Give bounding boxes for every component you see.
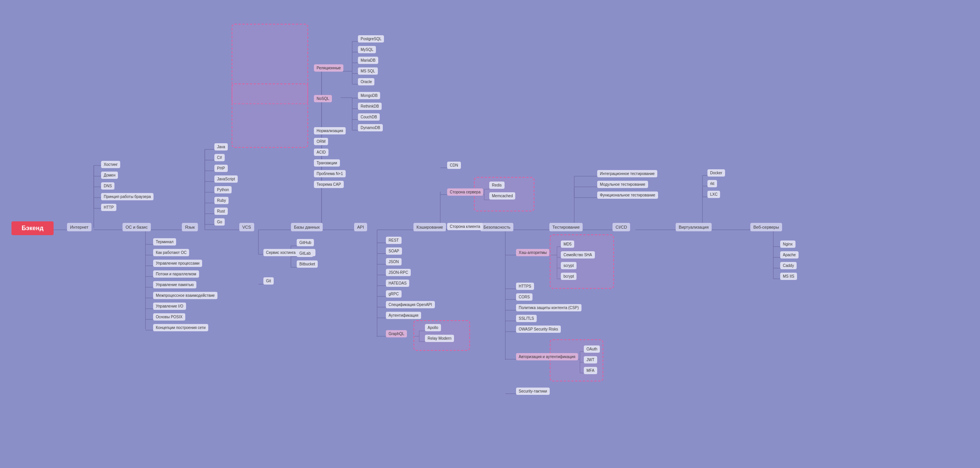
leaf-security-tactics[interactable]: Security-тактики: [516, 388, 550, 395]
leaf-grpc[interactable]: gRPC: [386, 290, 402, 298]
leaf-nosql[interactable]: NoSQL: [314, 95, 332, 102]
section-webservers[interactable]: Веб-серверы: [750, 223, 782, 231]
section-db[interactable]: Базы данных: [291, 223, 323, 231]
leaf-domain[interactable]: Домен: [101, 172, 118, 179]
section-lang[interactable]: Язык: [182, 223, 198, 231]
leaf-posix[interactable]: Основы POSIX: [153, 313, 185, 321]
leaf-terminal[interactable]: Терминал: [153, 238, 176, 245]
leaf-sha[interactable]: Семейство SHA: [561, 251, 595, 259]
leaf-csharp[interactable]: C#: [214, 154, 225, 161]
leaf-hosting[interactable]: Хостинг: [101, 161, 120, 168]
leaf-ipc[interactable]: Межпроцессное взаимодействие: [153, 292, 217, 299]
leaf-jwt[interactable]: JWT: [584, 356, 597, 363]
leaf-transactions[interactable]: Транзакции: [314, 159, 340, 167]
leaf-relay-modern[interactable]: Relay Modern: [425, 335, 454, 342]
leaf-oauth[interactable]: OAuth: [584, 345, 600, 353]
leaf-network[interactable]: Концепции построения сети: [153, 324, 208, 331]
leaf-hash-alg[interactable]: Хэш-алгоритмы: [516, 249, 549, 256]
leaf-oracle[interactable]: Oracle: [358, 78, 374, 85]
leaf-server-side[interactable]: Сторона сервера: [447, 188, 483, 196]
leaf-openapi[interactable]: Спецификация OpenAPI: [386, 301, 435, 308]
leaf-git[interactable]: Git: [263, 277, 274, 285]
leaf-relational[interactable]: Реляционные: [314, 64, 343, 72]
section-cache[interactable]: Кэширование: [413, 223, 446, 231]
leaf-java[interactable]: Java: [214, 143, 228, 151]
leaf-php[interactable]: PHP: [214, 165, 228, 172]
leaf-jsonrpc[interactable]: JSON-RPC: [386, 269, 411, 276]
leaf-rkt[interactable]: rkt: [707, 180, 717, 187]
section-os[interactable]: ОС и базис: [122, 223, 151, 231]
leaf-soap[interactable]: SOAP: [386, 247, 402, 255]
leaf-http[interactable]: HTTP: [101, 204, 116, 211]
leaf-msiis[interactable]: MS IIS: [780, 273, 797, 280]
leaf-csp[interactable]: Политика защиты контента (CSP): [516, 304, 581, 311]
leaf-ssl-tls[interactable]: SSL/TLS: [516, 315, 537, 322]
leaf-python[interactable]: Python: [214, 186, 232, 193]
leaf-cdn[interactable]: CDN: [447, 162, 461, 169]
leaf-mfa[interactable]: MFA: [584, 367, 597, 374]
leaf-scrypt[interactable]: scrypt: [561, 262, 577, 269]
nosql-group: [232, 83, 308, 148]
leaf-apache[interactable]: Apache: [780, 251, 799, 259]
section-cicd[interactable]: CI/CD: [612, 223, 630, 231]
section-internet[interactable]: Интернет: [67, 223, 91, 231]
leaf-rust[interactable]: Rust: [214, 208, 228, 215]
leaf-browser[interactable]: Принцип работы браузера: [101, 193, 154, 200]
leaf-rest[interactable]: REST: [386, 237, 402, 244]
leaf-memory[interactable]: Управление памятью: [153, 281, 196, 288]
leaf-dns[interactable]: DNS: [101, 182, 114, 190]
leaf-memcached[interactable]: Memcached: [489, 192, 515, 200]
leaf-redis[interactable]: Redis: [489, 182, 505, 189]
leaf-postgresql[interactable]: PostgreSQL: [358, 35, 384, 43]
leaf-owasp[interactable]: OWASP Security Risks: [516, 326, 561, 333]
leaf-lxc[interactable]: LXC: [707, 191, 720, 198]
hash-group: [550, 234, 614, 289]
section-virt[interactable]: Виртуализация: [676, 223, 712, 231]
leaf-apollo[interactable]: Apollo: [425, 324, 441, 331]
section-testing[interactable]: Тестирование: [549, 223, 583, 231]
leaf-processes[interactable]: Управление процессами: [153, 260, 202, 267]
section-vcs[interactable]: VCS: [239, 223, 254, 231]
leaf-javascript[interactable]: JavaScript: [214, 175, 238, 183]
leaf-couchdb[interactable]: CouchDB: [358, 113, 380, 121]
leaf-dynamodb[interactable]: DynamoDB: [358, 124, 383, 131]
section-api[interactable]: API: [354, 223, 367, 231]
leaf-nginx[interactable]: Nginx: [780, 241, 795, 248]
leaf-integration-testing[interactable]: Интеграционное тестирование: [597, 170, 657, 177]
leaf-mongodb[interactable]: MongoDB: [358, 92, 380, 99]
leaf-auth-authz[interactable]: Авторизация и аутентификация: [516, 353, 578, 360]
leaf-acid[interactable]: ACID: [314, 149, 328, 156]
leaf-unit-testing[interactable]: Модульное тестирование: [597, 181, 648, 188]
leaf-json[interactable]: JSON: [386, 258, 402, 265]
leaf-n1[interactable]: Проблема N+1: [314, 170, 346, 177]
leaf-orm[interactable]: ORM: [314, 138, 328, 145]
leaf-ruby[interactable]: Ruby: [214, 197, 229, 204]
leaf-client-side[interactable]: Сторона клиента: [447, 223, 483, 230]
leaf-rethinkdb[interactable]: RethinkDB: [358, 103, 382, 110]
leaf-bcrypt[interactable]: bcrypt: [561, 273, 577, 280]
leaf-io[interactable]: Управление I/O: [153, 303, 186, 310]
section-security[interactable]: Безопасность: [480, 223, 513, 231]
leaf-cap[interactable]: Теорема CAP: [314, 181, 344, 188]
leaf-auth[interactable]: Аутентификация: [386, 312, 421, 319]
leaf-normalization[interactable]: Нормализация: [314, 127, 346, 134]
leaf-cors[interactable]: CORS: [516, 293, 532, 301]
leaf-os-work[interactable]: Как работают ОС: [153, 249, 189, 256]
leaf-https[interactable]: HTTPS: [516, 283, 534, 290]
leaf-threads[interactable]: Потоки и параллелизм: [153, 270, 199, 278]
leaf-go[interactable]: Go: [214, 218, 225, 226]
mindmap-container: Бэкенд Интернет ОС и базис Язык VCS Базы…: [0, 0, 980, 468]
leaf-bitbucket[interactable]: Bitbucket: [297, 260, 318, 268]
leaf-caddy[interactable]: Caddy: [780, 262, 797, 269]
leaf-md5[interactable]: MD5: [561, 241, 574, 248]
root-node[interactable]: Бэкенд: [11, 221, 54, 235]
leaf-mysql[interactable]: MySQL: [358, 46, 376, 53]
leaf-github[interactable]: GitHub: [297, 239, 314, 246]
leaf-gitlab[interactable]: GitLab: [297, 250, 313, 257]
leaf-mssql[interactable]: MS SQL: [358, 67, 378, 75]
leaf-mariadb[interactable]: MariaDB: [358, 57, 378, 64]
leaf-graphql[interactable]: GraphQL: [386, 330, 407, 337]
leaf-docker[interactable]: Docker: [707, 169, 725, 177]
leaf-hateoas[interactable]: HATEOAS: [386, 280, 409, 287]
leaf-functional-testing[interactable]: Функциональное тестирование: [597, 191, 658, 199]
